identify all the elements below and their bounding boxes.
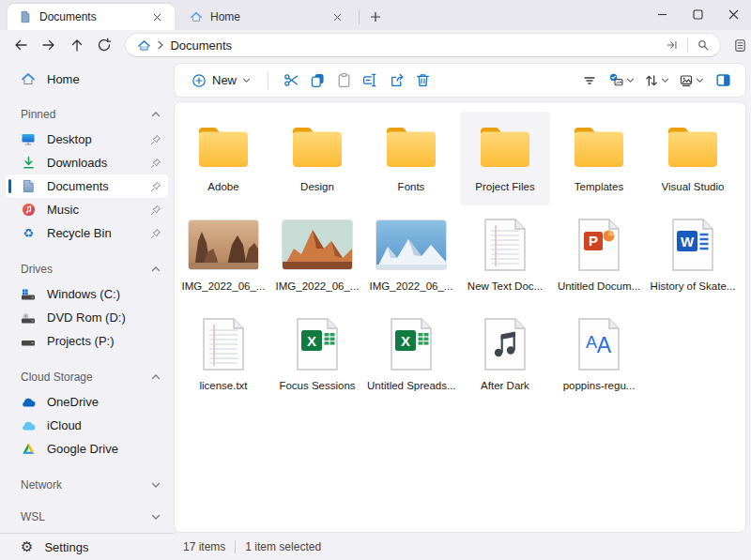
tab-home[interactable]: Home [178, 4, 355, 30]
file-item-folder-selected[interactable]: Project Files [460, 112, 550, 205]
sidebar-item-projects-p[interactable]: Projects (P:) [6, 329, 168, 353]
tab-divider [359, 9, 360, 24]
file-item-image[interactable]: IMG_2022_06_... [366, 211, 456, 305]
refresh-icon[interactable] [92, 32, 118, 58]
section-header-network[interactable]: Network [6, 476, 168, 494]
svg-text:P: P [589, 233, 598, 249]
file-name: Visual Studio [662, 181, 725, 192]
section-header-wsl[interactable]: WSL [6, 507, 168, 526]
selection-count: 1 item selected [245, 540, 321, 553]
file-item-folder[interactable]: Fonts [366, 112, 456, 205]
new-button[interactable]: New [184, 69, 258, 92]
audio-file-icon [483, 314, 527, 374]
file-item-text[interactable]: New Text Doc... [460, 211, 550, 305]
pin-icon[interactable] [149, 204, 162, 217]
tab-bar: Documents Home [0, 0, 751, 30]
svg-text:W: W [681, 234, 695, 250]
section-header-pinned[interactable]: Pinned [6, 105, 168, 124]
icloud-icon [21, 418, 36, 433]
section-label: Drives [21, 263, 151, 276]
file-item-text[interactable]: license.txt [178, 310, 268, 404]
preview-pane-toggle-icon[interactable] [710, 68, 736, 94]
file-item-image[interactable]: IMG_2022_06_... [272, 211, 362, 305]
toolbar-right-group [576, 68, 736, 94]
new-tab-button[interactable] [363, 6, 388, 28]
file-item-folder[interactable]: Visual Studio [648, 112, 738, 205]
photo-thumbnail-mountain [283, 215, 352, 275]
pin-icon[interactable] [149, 157, 162, 170]
maximize-icon[interactable] [680, 0, 715, 28]
breadcrumb-path[interactable]: Documents [170, 38, 232, 53]
section-label: WSL [21, 510, 151, 523]
cut-icon[interactable] [278, 68, 304, 94]
forward-icon[interactable] [36, 32, 62, 58]
pin-icon[interactable] [149, 133, 162, 146]
file-name: IMG_2022_06_... [182, 280, 266, 292]
section-label: Pinned [21, 108, 151, 121]
chevron-up-icon [151, 265, 161, 273]
settings-button[interactable]: ⚙ Settings [0, 533, 174, 560]
share-icon[interactable] [383, 68, 409, 94]
sidebar-item-downloads[interactable]: Downloads [6, 151, 168, 174]
file-item-audio[interactable]: After Dark [460, 310, 550, 404]
file-name: Project Files [475, 181, 534, 192]
sidebar-item-onedrive[interactable]: OneDrive [6, 390, 168, 414]
file-item-excel[interactable]: X Untitled Spreads... [366, 310, 456, 404]
tab-label: Home [210, 10, 321, 23]
goto-end-icon[interactable] [661, 35, 683, 55]
sidebar-item-label: OneDrive [47, 395, 162, 409]
file-name: Design [300, 181, 334, 192]
sidebar-item-music[interactable]: Music [6, 198, 168, 221]
copy-icon[interactable] [304, 68, 330, 94]
file-item-folder[interactable]: Templates [554, 112, 644, 205]
sidebar-item-recycle-bin[interactable]: ♻ Recycle Bin [6, 221, 168, 245]
minimize-icon[interactable] [644, 0, 680, 28]
up-icon[interactable] [64, 32, 90, 58]
filter-icon[interactable] [576, 68, 603, 94]
sidebar-item-documents[interactable]: Documents [6, 174, 168, 198]
documents-icon [21, 179, 36, 194]
pin-icon[interactable] [149, 180, 162, 193]
tab-documents[interactable]: Documents [8, 4, 175, 30]
file-item-powerpoint[interactable]: P Untitled Docum... [554, 211, 644, 305]
pin-icon[interactable] [149, 227, 162, 240]
back-icon[interactable] [8, 32, 34, 58]
sidebar-item-home[interactable]: Home [6, 66, 168, 92]
paste-icon[interactable] [330, 68, 357, 94]
sidebar-item-label: iCloud [47, 418, 162, 432]
sidebar-item-windows-c[interactable]: Windows (C:) [6, 282, 168, 306]
section-header-cloud-storage[interactable]: Cloud Storage [6, 368, 168, 386]
chevron-down-icon [151, 481, 161, 489]
address-bar[interactable]: Documents [125, 33, 721, 57]
tab-close-icon[interactable] [148, 8, 165, 25]
rename-icon[interactable] [357, 68, 383, 94]
sidebar-item-desktop[interactable]: Desktop [6, 128, 168, 151]
file-item-image[interactable]: IMG_2022_06_... [178, 211, 268, 305]
file-item-folder[interactable]: Adobe [178, 112, 268, 205]
sidebar-item-google-drive[interactable]: Google Drive [6, 437, 168, 461]
close-window-icon[interactable] [715, 0, 751, 28]
sort-button[interactable] [640, 69, 673, 92]
group-by-icon [608, 72, 624, 88]
sidebar-item-icloud[interactable]: iCloud [6, 414, 168, 437]
window-controls [644, 0, 751, 28]
file-name: Fonts [398, 181, 425, 192]
file-item-word[interactable]: W History of Skate... [648, 211, 738, 305]
search-icon[interactable] [692, 35, 714, 55]
file-item-font[interactable]: AA poppins-regu... [554, 310, 644, 404]
file-item-folder[interactable]: Design [272, 112, 362, 205]
delete-icon[interactable] [409, 68, 436, 94]
address-home-icon[interactable] [137, 38, 151, 53]
group-by-button[interactable] [605, 68, 638, 92]
status-center-icon[interactable] [728, 34, 751, 56]
view-options-button[interactable] [675, 69, 708, 92]
file-name: poppins-regu... [563, 380, 636, 391]
tab-close-icon[interactable] [329, 8, 345, 25]
file-item-excel[interactable]: X Focus Sessions [272, 310, 362, 404]
file-name: license.txt [199, 380, 247, 391]
file-grid-area[interactable]: Adobe Design Fonts Project Files [174, 101, 746, 533]
sidebar-item-label: Google Drive [47, 442, 162, 456]
file-name: History of Skate... [651, 280, 736, 292]
section-header-drives[interactable]: Drives [6, 260, 168, 279]
sidebar-item-dvd-d[interactable]: DVD Rom (D:) [6, 306, 168, 329]
